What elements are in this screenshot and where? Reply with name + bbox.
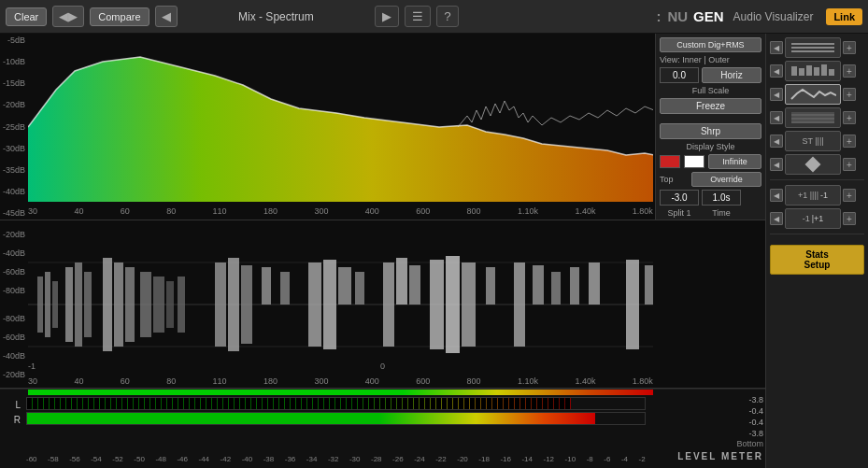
- style-btn-8[interactable]: -1 |+1: [785, 208, 841, 229]
- time-input[interactable]: [702, 190, 741, 206]
- brand-gen: GEN: [693, 8, 724, 24]
- separator-1: [770, 179, 864, 180]
- bars-icon: [790, 63, 836, 79]
- list-button[interactable]: ☰: [405, 6, 431, 27]
- top-swatch-white: [684, 155, 704, 168]
- custom-dig-rms-button[interactable]: Custom Dig+RMS: [660, 37, 761, 52]
- left-arrow-6[interactable]: ◀: [770, 158, 783, 171]
- svg-rect-51: [125, 305, 135, 342]
- m-y6: -60dB: [0, 333, 28, 342]
- top-swatch-red: [660, 155, 680, 168]
- separator-2: [770, 234, 864, 234]
- meters-area: -20dB -40dB -60dB -80dB -80dB -60dB -40d…: [0, 220, 765, 389]
- prev-arrow-button[interactable]: ◀: [155, 6, 178, 27]
- plus-btn-5[interactable]: +: [843, 135, 856, 148]
- left-arrow-3[interactable]: ◀: [770, 88, 783, 101]
- override-button[interactable]: Override: [691, 172, 761, 187]
- svg-rect-74: [799, 68, 804, 76]
- svg-rect-65: [514, 305, 525, 347]
- style-btn-1[interactable]: [785, 37, 841, 58]
- y-label-2: -10dB: [0, 57, 28, 66]
- help-button[interactable]: ?: [436, 6, 458, 27]
- plus-btn-8[interactable]: +: [843, 212, 856, 225]
- svg-rect-43: [37, 305, 43, 333]
- plus-btn-2[interactable]: +: [843, 64, 856, 78]
- svg-rect-38: [589, 262, 600, 305]
- bottom-meters: L R: [0, 389, 765, 465]
- style-row-2: ◀ +: [770, 61, 864, 81]
- svg-rect-76: [814, 67, 819, 76]
- style-btn-2[interactable]: [785, 61, 841, 81]
- setup-label: Setup: [775, 260, 860, 270]
- diamond-shape: [805, 157, 821, 173]
- svg-rect-21: [262, 267, 271, 305]
- shrp-button[interactable]: Shrp: [660, 123, 761, 139]
- horiz-button[interactable]: Horiz: [702, 67, 761, 83]
- svg-rect-56: [215, 305, 226, 347]
- svg-rect-75: [806, 65, 812, 76]
- stats-button[interactable]: Stats Setup: [770, 245, 864, 275]
- view-label: View: Inner | Outer: [660, 55, 730, 64]
- svg-rect-62: [430, 305, 444, 349]
- y-label-9: -45dB: [0, 208, 28, 218]
- clear-button[interactable]: Clear: [6, 7, 47, 26]
- style-row-8: ◀ -1 |+1 +: [770, 208, 864, 229]
- link-button[interactable]: Link: [826, 8, 862, 25]
- style-btn-7[interactable]: +1 |||| -1: [785, 185, 841, 206]
- svg-rect-32: [462, 262, 476, 305]
- style-btn-4[interactable]: [785, 107, 841, 128]
- plus-btn-6[interactable]: +: [843, 158, 856, 171]
- style-btn-3-selected[interactable]: [785, 84, 841, 105]
- left-arrow-1[interactable]: ◀: [770, 41, 783, 54]
- style-row-5: ◀ ST |||| +: [770, 131, 864, 151]
- title-label: Mix - Spectrum: [183, 10, 370, 23]
- play-button[interactable]: ▶: [375, 6, 399, 27]
- svg-rect-11: [103, 258, 112, 305]
- style-btn-5[interactable]: ST ||||: [785, 131, 841, 151]
- svg-rect-28: [396, 258, 407, 305]
- freeze-button[interactable]: Freeze: [660, 98, 761, 114]
- m-y4: -80dB: [0, 286, 28, 295]
- style-btn-diamond[interactable]: [785, 154, 841, 175]
- left-arrow-7[interactable]: ◀: [770, 189, 783, 202]
- lines-icon: [790, 39, 836, 56]
- stats-setup-area: Stats Setup: [770, 243, 864, 275]
- back-arrow-button[interactable]: ◀▶: [52, 6, 84, 27]
- plus-btn-3[interactable]: +: [843, 88, 856, 101]
- plus-btn-1[interactable]: +: [843, 41, 856, 54]
- plus-btn-7[interactable]: +: [843, 189, 856, 202]
- db-4: -3.8: [717, 429, 763, 438]
- svg-rect-20: [241, 265, 252, 305]
- svg-rect-61: [383, 305, 394, 347]
- db-1: -3.8: [717, 395, 763, 404]
- svg-rect-26: [355, 272, 364, 305]
- split1-input[interactable]: [660, 190, 699, 206]
- svg-rect-17: [178, 277, 185, 305]
- svg-rect-16: [166, 281, 174, 305]
- rainbow-bar: [28, 390, 653, 395]
- spectrum-area: -5dB -10dB -15dB -20dB -25dB -30dB -35dB…: [0, 34, 765, 220]
- fullscale-input[interactable]: [660, 67, 699, 83]
- left-arrow-8[interactable]: ◀: [770, 212, 783, 225]
- fullscale-row: Horiz: [660, 67, 761, 83]
- plus-btn-4[interactable]: +: [843, 111, 856, 124]
- r-meter-bar: [26, 412, 646, 425]
- svg-rect-15: [153, 277, 164, 305]
- svg-rect-48: [84, 305, 92, 337]
- style-row-4: ◀ +: [770, 107, 864, 128]
- infinite-button[interactable]: Infinite: [708, 154, 761, 169]
- svg-rect-14: [140, 272, 151, 305]
- svg-rect-78: [829, 69, 834, 76]
- brand-text: NU: [667, 8, 688, 24]
- svg-rect-55: [178, 305, 185, 333]
- svg-rect-59: [308, 305, 321, 347]
- zero-label: 0: [380, 362, 385, 371]
- left-arrow-4[interactable]: ◀: [770, 111, 783, 124]
- svg-rect-24: [323, 260, 336, 305]
- left-arrow-2[interactable]: ◀: [770, 64, 783, 78]
- svg-rect-34: [514, 262, 525, 305]
- left-arrow-5[interactable]: ◀: [770, 135, 783, 148]
- top-swatch-row: Infinite: [660, 154, 761, 169]
- svg-rect-27: [383, 262, 394, 305]
- compare-button[interactable]: Compare: [90, 7, 149, 26]
